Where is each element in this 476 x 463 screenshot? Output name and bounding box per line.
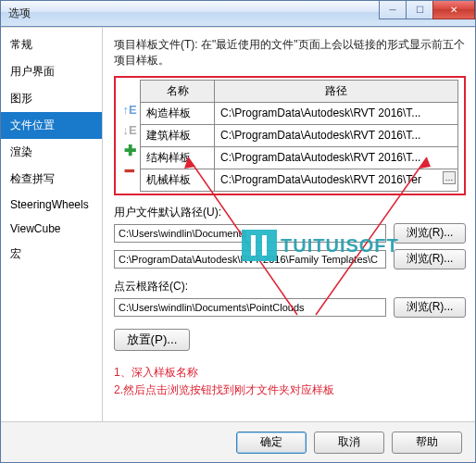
col-name-header: 名称 <box>141 80 215 102</box>
sidebar-item-graphics[interactable]: 图形 <box>1 85 102 112</box>
annotation-text: 1、深入样板名称 2.然后点击浏览按钮找到刚才文件夹对应样板 <box>114 364 466 399</box>
sidebar: 常规 用户界面 图形 文件位置 渲染 检查拼写 SteeringWheels V… <box>1 28 103 421</box>
browse-button[interactable]: 浏览(R)... <box>394 297 466 318</box>
cloud-path-input[interactable]: C:\Users\windlin\Documents\PointClouds <box>114 298 386 317</box>
family-path-input[interactable]: C:\ProgramData\Autodesk\RVT 2016\Family … <box>114 250 386 269</box>
browse-button[interactable]: 浏览(R)... <box>394 223 466 244</box>
ok-button[interactable]: 确定 <box>236 432 307 454</box>
template-table: 名称 路径 构造样板 C:\ProgramData\Autodesk\RVT 2… <box>140 80 458 192</box>
minimize-button[interactable]: ─ <box>379 1 407 19</box>
remove-button[interactable]: ━ <box>121 163 138 180</box>
sidebar-item-file-locations[interactable]: 文件位置 <box>1 112 102 139</box>
footer: 确定 取消 帮助 <box>1 421 475 462</box>
maximize-button[interactable]: ☐ <box>406 1 433 19</box>
sidebar-item-spellcheck[interactable]: 检查拼写 <box>1 166 102 193</box>
user-path-input[interactable]: C:\Users\windlin\Documents <box>114 224 386 243</box>
col-path-header: 路径 <box>215 80 458 102</box>
help-button[interactable]: 帮助 <box>392 432 462 454</box>
cloud-path-label: 点云根路径(C): <box>114 279 466 294</box>
sidebar-item-render[interactable]: 渲染 <box>1 139 102 166</box>
main-panel: 项目样板文件(T): 在"最近使用的文件"页面上会以链接的形式显示前五个项目样板… <box>103 28 475 421</box>
add-button[interactable]: ✚ <box>121 143 138 159</box>
sidebar-item-steeringwheels[interactable]: SteeringWheels <box>1 193 102 217</box>
cancel-button[interactable]: 取消 <box>314 432 384 454</box>
window-title: 选项 <box>8 6 31 21</box>
table-row[interactable]: 构造样板 C:\ProgramData\Autodesk\RVT 2016\T.… <box>141 102 458 124</box>
sidebar-item-viewcube[interactable]: ViewCube <box>1 217 102 241</box>
titlebar[interactable]: 选项 ─ ☐ ✕ <box>1 1 475 27</box>
user-path-label: 用户文件默认路径(U): <box>114 205 466 220</box>
description-text: 项目样板文件(T): 在"最近使用的文件"页面上会以链接的形式显示前五个项目样板… <box>114 37 466 69</box>
table-row[interactable]: 建筑样板 C:\ProgramData\Autodesk\RVT 2016\T.… <box>141 124 458 146</box>
table-row[interactable]: 机械样板 C:\ProgramData\Autodesk\RVT 2016\Te… <box>141 169 458 191</box>
table-row[interactable]: 结构样板 C:\ProgramData\Autodesk\RVT 2016\T.… <box>141 146 458 169</box>
browse-button[interactable]: 浏览(R)... <box>394 249 466 269</box>
sidebar-item-macro[interactable]: 宏 <box>1 241 102 268</box>
template-table-wrap: ↑E ↓E ✚ ━ 名称 路径 构造样板 C:\ProgramData\Auto… <box>114 76 466 195</box>
browse-cell-button[interactable]: … <box>443 171 456 184</box>
close-button[interactable]: ✕ <box>432 1 475 19</box>
move-down-button[interactable]: ↓E <box>121 122 138 139</box>
place-button[interactable]: 放置(P)... <box>114 329 190 351</box>
move-up-button[interactable]: ↑E <box>121 102 138 119</box>
sidebar-item-ui[interactable]: 用户界面 <box>1 58 102 85</box>
sidebar-item-general[interactable]: 常规 <box>1 31 102 58</box>
options-dialog: 选项 ─ ☐ ✕ 常规 用户界面 图形 文件位置 渲染 检查拼写 Steerin… <box>0 0 476 463</box>
